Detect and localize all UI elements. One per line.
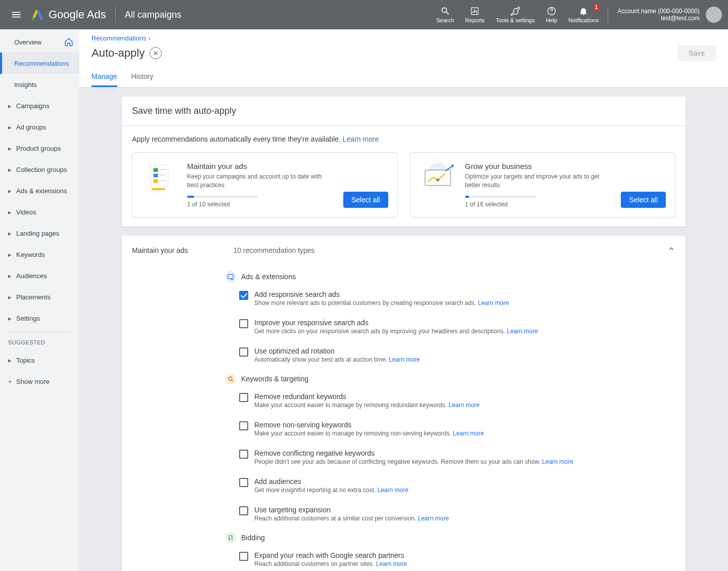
- rec-title: Add audiences: [254, 477, 675, 486]
- sidebar-item-topics[interactable]: ▸Topics: [0, 349, 79, 371]
- chevron-up-icon: [667, 245, 675, 253]
- tab-history[interactable]: History: [131, 67, 154, 87]
- summary-card-1: Grow your business Optimize your targets…: [410, 152, 676, 217]
- wrench-icon: [510, 6, 520, 16]
- chevron-right-icon: ▸: [8, 166, 13, 173]
- save-button[interactable]: Save: [677, 45, 716, 61]
- divider: [8, 332, 71, 332]
- progress-text: 1 of 16 selected: [465, 201, 612, 208]
- notification-badge: 1: [593, 4, 600, 11]
- learn-more-link[interactable]: Learn more: [453, 430, 484, 437]
- sidebar-item-audiences[interactable]: ▸Audiences: [0, 265, 79, 286]
- chevron-right-icon: ▸: [8, 315, 13, 322]
- scope-label[interactable]: All campaigns: [125, 10, 181, 20]
- checkbox[interactable]: [239, 552, 248, 561]
- avatar[interactable]: [706, 7, 722, 23]
- checkbox[interactable]: [239, 291, 248, 300]
- learn-more-link[interactable]: Learn more: [389, 356, 420, 363]
- sidebar-item-ad-groups[interactable]: ▸Ad groups: [0, 116, 79, 138]
- logo-text-bold: Google: [49, 8, 84, 21]
- svg-point-14: [229, 377, 232, 380]
- sidebar-item-show-more[interactable]: +Show more: [0, 371, 79, 392]
- progress-bar: [187, 196, 258, 198]
- sidebar-item-insights[interactable]: Insights: [0, 74, 79, 95]
- menu-icon[interactable]: [6, 5, 26, 25]
- recommendation-item: Improve your responsive search ads Get m…: [225, 316, 675, 338]
- help-icon: [547, 6, 557, 16]
- checkbox[interactable]: [239, 347, 248, 357]
- checkbox[interactable]: [239, 319, 248, 328]
- header-notifications[interactable]: 1 Notifications: [568, 6, 599, 23]
- checkbox[interactable]: [239, 506, 248, 515]
- tab-manage[interactable]: Manage: [92, 67, 117, 87]
- header-search[interactable]: Search: [436, 6, 454, 23]
- summary-card-desc: Keep your campaigns and account up to da…: [187, 172, 334, 190]
- checkbox[interactable]: [239, 393, 248, 402]
- main-content: Recommendations › Auto-apply Save Manage…: [79, 29, 728, 571]
- rec-title: Remove non-serving keywords: [254, 421, 675, 429]
- chevron-right-icon: ▸: [8, 272, 13, 280]
- svg-rect-11: [425, 170, 450, 186]
- svg-rect-5: [153, 179, 158, 183]
- close-icon: [153, 50, 159, 56]
- select-all-button[interactable]: Select all: [621, 192, 666, 208]
- learn-more-link[interactable]: Learn more: [542, 458, 573, 465]
- sidebar-item-keywords[interactable]: ▸Keywords: [0, 244, 79, 265]
- sidebar-item-overview[interactable]: Overview: [0, 31, 79, 53]
- rec-subtitle: Automatically show your best ads at auct…: [254, 356, 675, 363]
- checkbox[interactable]: [239, 478, 248, 487]
- group-title: Bidding: [225, 532, 675, 543]
- account-switcher[interactable]: Account name (000-000-0000) test@test.co…: [608, 7, 722, 23]
- summary-card-desc: Optimize your targets and improve your a…: [465, 172, 612, 190]
- chevron-right-icon: ▸: [8, 102, 13, 110]
- header-reports[interactable]: Reports: [465, 6, 485, 23]
- google-ads-logo[interactable]: Google Ads: [30, 8, 106, 22]
- header-tools-settings[interactable]: Tools & settings: [496, 6, 535, 23]
- rec-subtitle: Reach additional customers on partner si…: [254, 560, 675, 567]
- learn-more-link[interactable]: Learn more: [343, 135, 379, 143]
- group-icon: [225, 373, 236, 384]
- sidebar-item-landing[interactable]: ▸Landing pages: [0, 223, 79, 244]
- sidebar-item-campaigns[interactable]: ▸Campaigns: [0, 95, 79, 116]
- breadcrumb[interactable]: Recommendations ›: [92, 34, 716, 42]
- learn-more-link[interactable]: Learn more: [418, 515, 448, 522]
- select-all-button[interactable]: Select all: [343, 192, 388, 208]
- intro-card: Save time with auto-apply Apply recommen…: [122, 97, 686, 227]
- svg-rect-8: [160, 180, 166, 181]
- rec-title: Use targeting expansion: [254, 506, 675, 514]
- sidebar-item-recommendations[interactable]: Recommendations: [0, 53, 79, 74]
- recommendation-item: Add responsive search ads Show more rele…: [225, 287, 675, 310]
- progress-text: 1 of 10 selected: [187, 201, 334, 208]
- sidebar-item-ads-extensions[interactable]: ▸Ads & extensions: [0, 180, 79, 201]
- sidebar-item-videos[interactable]: ▸Videos: [0, 201, 79, 223]
- chevron-right-icon: ▸: [8, 230, 13, 237]
- sidebar-item-product-groups[interactable]: ▸Product groups: [0, 138, 79, 159]
- group-title: Keywords & targeting: [225, 373, 675, 384]
- recommendation-item: Remove redundant keywords Make your acco…: [225, 389, 675, 412]
- progress-bar: [465, 196, 536, 198]
- rec-subtitle: People didn't see your ads because of co…: [254, 458, 675, 465]
- sidebar-item-placements[interactable]: ▸Placements: [0, 286, 79, 308]
- learn-more-link[interactable]: Learn more: [448, 402, 479, 409]
- recommendation-item: Expand your reach with Google search par…: [225, 548, 675, 570]
- sidebar-item-settings[interactable]: ▸Settings: [0, 308, 79, 329]
- header-help[interactable]: Help: [546, 6, 558, 23]
- tabs: Manage History: [92, 67, 716, 87]
- checkbox[interactable]: [239, 450, 248, 459]
- learn-more-link[interactable]: Learn more: [376, 560, 407, 567]
- dismiss-button[interactable]: [150, 47, 162, 59]
- learn-more-link[interactable]: Learn more: [507, 328, 538, 335]
- sidebar-item-collection-groups[interactable]: ▸Collection groups: [0, 159, 79, 180]
- page-topbar: Recommendations › Auto-apply Save Manage…: [79, 29, 728, 87]
- rec-subtitle: Get more insightful reporting at no extr…: [254, 487, 675, 494]
- learn-more-link[interactable]: Learn more: [377, 487, 408, 494]
- collapse-button[interactable]: [667, 245, 675, 255]
- svg-rect-13: [228, 275, 234, 279]
- svg-rect-7: [160, 174, 166, 175]
- bar-chart-icon: [470, 6, 480, 16]
- checkbox[interactable]: [239, 421, 248, 430]
- svg-rect-6: [160, 169, 166, 170]
- learn-more-link[interactable]: Learn more: [478, 299, 509, 306]
- chevron-right-icon: ▸: [8, 208, 13, 216]
- header-divider: [115, 7, 116, 23]
